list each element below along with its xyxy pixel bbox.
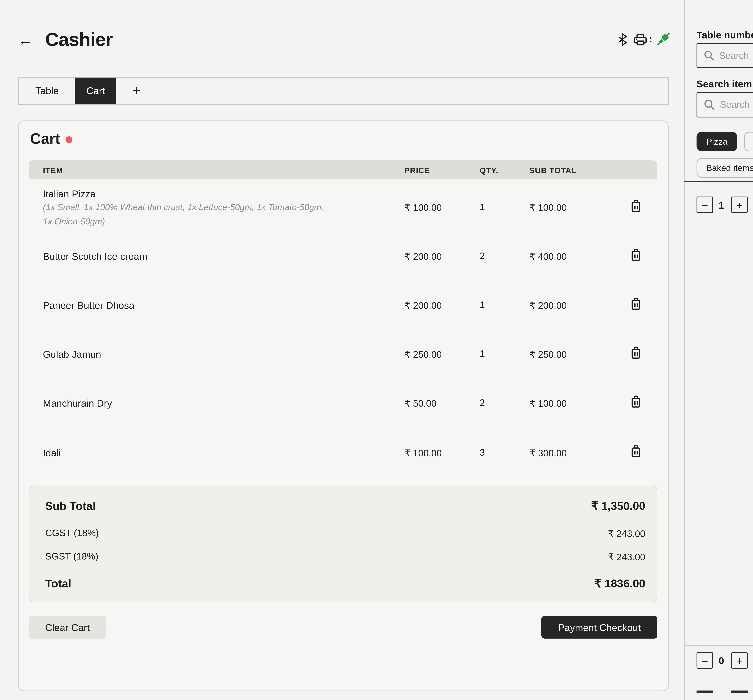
totals-box bbox=[29, 486, 658, 602]
editor-bottom-divider bbox=[684, 645, 753, 646]
delete-item-icon[interactable] bbox=[630, 346, 642, 362]
item-subtotal: ₹ 300.00 bbox=[530, 447, 567, 459]
item-subtotal: ₹ 100.00 bbox=[530, 202, 567, 213]
increase-qty-button[interactable]: + bbox=[731, 652, 748, 669]
total-value: ₹ 1836.00 bbox=[594, 577, 645, 591]
cart-status-dot bbox=[66, 136, 72, 143]
search-icon bbox=[704, 50, 714, 60]
item-price: ₹ 250.00 bbox=[405, 348, 442, 360]
search-item-placeholder: Search by item name/number bbox=[720, 99, 753, 110]
item-subtotal: ₹ 200.00 bbox=[530, 300, 567, 311]
total-label: Total bbox=[45, 577, 71, 590]
col-qty: QTY. bbox=[480, 166, 498, 175]
minus-icon: − bbox=[701, 198, 708, 211]
payment-checkout-button[interactable]: Payment Checkout bbox=[541, 616, 658, 639]
category-chip-baked-items-1[interactable]: Baked items bbox=[697, 158, 753, 178]
item-note: 1x Onion-50gm) bbox=[43, 217, 105, 226]
decrease-qty-button[interactable]: − bbox=[697, 197, 713, 213]
delete-item-icon[interactable] bbox=[630, 297, 642, 313]
item-name: Idali bbox=[43, 447, 61, 459]
table-number-input[interactable]: Search bbox=[697, 43, 753, 68]
chip-label: Pizza bbox=[706, 137, 728, 146]
category-chip-burger[interactable]: Burger bbox=[744, 132, 753, 152]
increase-qty-button[interactable]: + bbox=[731, 197, 748, 213]
clear-cart-label: Clear Cart bbox=[45, 622, 90, 633]
item-name: Italian Pizza bbox=[43, 188, 95, 200]
item-name: Gulab Jamun bbox=[43, 348, 101, 360]
item-subtotal: ₹ 400.00 bbox=[530, 251, 567, 262]
panel-divider bbox=[684, 0, 685, 700]
search-icon bbox=[704, 99, 715, 110]
item-subtotal: ₹ 250.00 bbox=[530, 348, 567, 360]
plus-icon: + bbox=[736, 654, 743, 667]
item-qty: 1 bbox=[480, 202, 485, 212]
payment-checkout-label: Payment Checkout bbox=[558, 622, 641, 633]
plus-icon: + bbox=[132, 83, 141, 98]
item-qty: 2 bbox=[480, 251, 485, 261]
add-tab-button[interactable]: + bbox=[116, 78, 157, 104]
col-item: ITEM bbox=[43, 166, 63, 175]
cgst-label: CGST (18%) bbox=[45, 528, 99, 538]
item-price: ₹ 200.00 bbox=[405, 300, 442, 311]
cashier-screen: ← Cashier : Table Cart + bbox=[0, 0, 753, 700]
colon-separator: : bbox=[649, 33, 652, 44]
cgst-value: ₹ 243.00 bbox=[608, 528, 645, 539]
item-qty: 1 bbox=[480, 300, 485, 310]
item-qty: 2 bbox=[480, 398, 485, 408]
page-title: Cashier bbox=[45, 29, 112, 50]
sgst-value: ₹ 243.00 bbox=[608, 551, 645, 562]
cart-section-title: Cart bbox=[30, 130, 60, 148]
delete-item-icon[interactable] bbox=[630, 200, 642, 216]
decrease-qty-button[interactable]: − bbox=[697, 652, 713, 669]
sgst-label: SGST (18%) bbox=[45, 551, 98, 562]
tab-bar: Table Cart + bbox=[18, 77, 669, 105]
item-qty: 1 bbox=[480, 348, 485, 359]
item-subtotal: ₹ 100.00 bbox=[530, 398, 567, 409]
category-row-2: Baked items Baked items Baked items bbox=[697, 158, 753, 178]
next-item-qty-value: 0 bbox=[714, 655, 729, 666]
table-number-placeholder: Search bbox=[719, 50, 749, 61]
search-item-input[interactable]: Search by item name/number bbox=[697, 92, 753, 117]
tab-table[interactable]: Table bbox=[19, 78, 75, 104]
item-name: Manchurain Dry bbox=[43, 398, 112, 409]
delete-item-icon[interactable] bbox=[630, 248, 642, 264]
item-price: ₹ 50.00 bbox=[405, 398, 437, 409]
search-item-label: Search item bbox=[697, 78, 752, 90]
category-row-1: Pizza Burger South Indian Paneer Subz Gr… bbox=[697, 132, 753, 152]
chip-label: Baked items bbox=[706, 163, 753, 172]
minus-icon: − bbox=[701, 654, 708, 667]
item-qty-value: 1 bbox=[714, 200, 729, 211]
item-note: (1x Small, 1x 100% Wheat thin crust, 1x … bbox=[43, 203, 323, 212]
partial-decrease-button[interactable] bbox=[697, 691, 713, 693]
tab-table-label: Table bbox=[35, 85, 59, 96]
tab-cart[interactable]: Cart bbox=[75, 78, 116, 104]
item-price: ₹ 200.00 bbox=[405, 251, 442, 262]
item-list-divider bbox=[684, 181, 753, 182]
printer-icon[interactable] bbox=[634, 34, 647, 46]
plus-icon: + bbox=[736, 198, 743, 211]
clear-cart-button[interactable]: Clear Cart bbox=[29, 616, 106, 639]
item-name: Butter Scotch Ice cream bbox=[43, 251, 147, 262]
back-icon[interactable]: ← bbox=[18, 31, 33, 49]
category-chip-pizza[interactable]: Pizza bbox=[697, 132, 737, 152]
subtotal-value: ₹ 1,350.00 bbox=[591, 499, 645, 513]
delete-item-icon[interactable] bbox=[630, 445, 642, 461]
bluetooth-icon[interactable] bbox=[617, 33, 627, 46]
delete-item-icon[interactable] bbox=[630, 395, 642, 411]
col-price: PRICE bbox=[405, 166, 430, 175]
table-number-label: Table number bbox=[697, 30, 753, 41]
col-subtotal: SUB TOTAL bbox=[530, 166, 576, 175]
item-qty: 3 bbox=[480, 447, 485, 458]
item-price: ₹ 100.00 bbox=[405, 202, 442, 213]
item-price: ₹ 100.00 bbox=[405, 447, 442, 459]
partial-increase-button[interactable] bbox=[731, 691, 748, 693]
connected-plug-icon[interactable] bbox=[655, 31, 672, 47]
item-name: Paneer Butter Dhosa bbox=[43, 300, 134, 311]
subtotal-label: Sub Total bbox=[45, 499, 96, 512]
tab-cart-label: Cart bbox=[86, 85, 105, 96]
